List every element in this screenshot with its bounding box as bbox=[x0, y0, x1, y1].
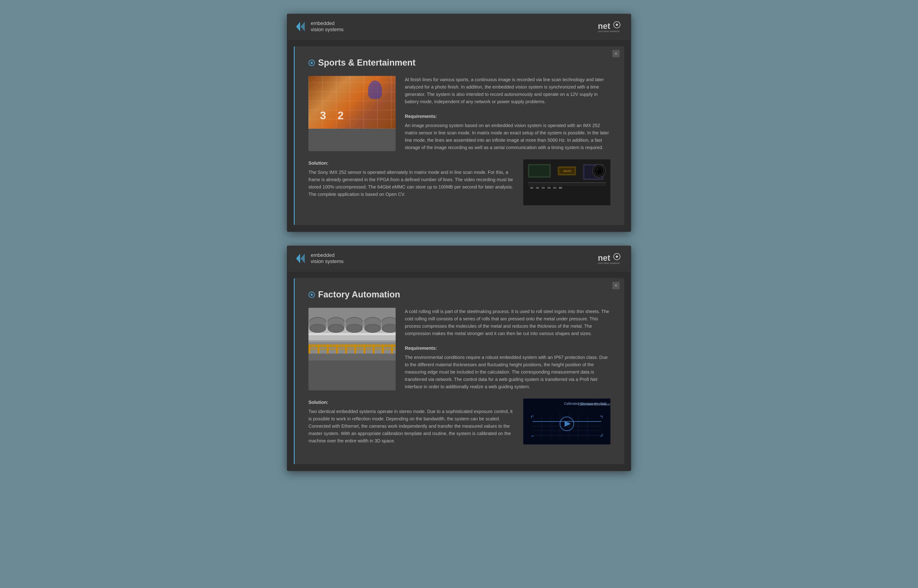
svg-point-38 bbox=[309, 324, 325, 333]
viz-svg: Calibrated 3D measuring field bbox=[523, 399, 610, 444]
svg-marker-26 bbox=[296, 254, 300, 263]
brand2-text: embedded vision systems bbox=[311, 252, 343, 265]
card2-solution-label: Solution: bbox=[308, 399, 514, 406]
card1-sports-image: 3 2 bbox=[308, 76, 396, 151]
card2-bottom-row: Solution: Two identical embedded systems… bbox=[308, 399, 610, 444]
factory-card: embedded vision systems net your>ique so… bbox=[287, 246, 631, 471]
net-logo-1: net your>ique solutions bbox=[597, 20, 622, 33]
svg-rect-18 bbox=[542, 187, 545, 189]
section-title-icon-2 bbox=[308, 291, 315, 298]
card1-requirements-text: An image processing system based on an e… bbox=[405, 122, 610, 151]
brand2: embedded vision systems bbox=[296, 252, 343, 265]
svg-point-30 bbox=[616, 255, 618, 258]
card2-solution-block: Solution: Two identical embedded systems… bbox=[308, 399, 514, 444]
svg-text:net: net bbox=[598, 253, 610, 263]
svg-rect-80 bbox=[531, 416, 532, 418]
svg-rect-83 bbox=[531, 436, 534, 436]
svg-point-44 bbox=[346, 324, 363, 333]
card1-content: × Sports & Entertainment 3 2 bbox=[294, 46, 624, 225]
brand1: embedded vision systems bbox=[296, 20, 343, 32]
svg-marker-27 bbox=[301, 254, 305, 263]
brand1-text: embedded vision systems bbox=[311, 20, 343, 32]
track-numbers: 3 2 bbox=[320, 109, 343, 122]
card2-description-block: A cold rolling mill is part of the steel… bbox=[405, 308, 610, 390]
card2-requirements-label: Requirements: bbox=[405, 344, 610, 352]
svg-rect-15 bbox=[528, 185, 606, 186]
svg-text:net: net bbox=[598, 21, 610, 31]
brand1-line2: vision systems bbox=[311, 27, 343, 32]
card2-viz-image: Calibrated 3D measuring field Calibrated bbox=[523, 399, 610, 444]
card1-section-title: Sports & Entertainment bbox=[308, 58, 610, 68]
svg-rect-51 bbox=[308, 333, 396, 335]
card2-requirements-text: The environmental conditions require a r… bbox=[405, 354, 610, 390]
card1-solution-block: Solution: The Sony IMX 252 sensor is ope… bbox=[308, 159, 514, 205]
card1-title: Sports & Entertainment bbox=[318, 58, 415, 68]
svg-text:your>ique solutions: your>ique solutions bbox=[598, 30, 620, 32]
brand2-line2: vision systems bbox=[311, 258, 343, 265]
svg-point-4 bbox=[616, 24, 618, 26]
card1-top-row: 3 2 At finish lines for various sports, … bbox=[308, 76, 610, 151]
card1-close-button[interactable]: × bbox=[612, 50, 620, 57]
card2-close-button[interactable]: × bbox=[612, 282, 620, 289]
evs-icon-2 bbox=[296, 254, 308, 263]
svg-point-47 bbox=[365, 324, 381, 333]
factory-svg bbox=[308, 308, 396, 360]
svg-point-41 bbox=[328, 324, 344, 333]
card2-solution-text: Two identical embedded systems operate i… bbox=[308, 408, 514, 444]
svg-point-25 bbox=[596, 168, 598, 170]
card2-header: embedded vision systems net your>ique so… bbox=[287, 246, 631, 271]
card1-description: At finish lines for various sports, a co… bbox=[405, 76, 610, 105]
card1-description-block: At finish lines for various sports, a co… bbox=[405, 76, 610, 151]
svg-rect-86 bbox=[602, 434, 602, 436]
svg-rect-17 bbox=[536, 187, 539, 189]
svg-marker-0 bbox=[296, 22, 300, 31]
svg-rect-82 bbox=[602, 416, 602, 418]
evs-icon bbox=[296, 22, 308, 31]
page-wrapper: embedded vision systems net your>ique so… bbox=[0, 0, 918, 588]
sports-card: embedded vision systems net your>ique so… bbox=[287, 14, 631, 232]
net-logo-svg-1: net your>ique solutions bbox=[597, 20, 622, 33]
card2-content: × Factory Automation bbox=[294, 278, 624, 464]
svg-text:your>ique solutions: your>ique solutions bbox=[598, 262, 620, 265]
brand2-line1: embedded bbox=[311, 252, 343, 258]
card1-circuit-image: IMX252 bbox=[523, 159, 610, 205]
net-logo-svg-2: net your>ique solutions bbox=[597, 252, 622, 265]
card2-top-row: A cold rolling mill is part of the steel… bbox=[308, 308, 610, 390]
card2-section-title: Factory Automation bbox=[308, 290, 610, 299]
brand2-logo: embedded vision systems bbox=[296, 252, 343, 265]
card1-solution-label: Solution: bbox=[308, 159, 514, 167]
circuit-svg: IMX252 bbox=[523, 159, 610, 205]
svg-rect-20 bbox=[553, 187, 556, 189]
svg-marker-1 bbox=[301, 22, 305, 31]
card2-title: Factory Automation bbox=[318, 290, 400, 299]
card2-factory-image bbox=[308, 308, 396, 390]
brand1-logo: embedded vision systems bbox=[296, 20, 343, 32]
card2-description: A cold rolling mill is part of the steel… bbox=[405, 308, 610, 337]
svg-rect-35 bbox=[308, 340, 396, 342]
brand1-line1: embedded bbox=[311, 20, 343, 26]
svg-rect-8 bbox=[529, 165, 550, 176]
card1-requirements-label: Requirements: bbox=[405, 113, 610, 120]
card2-viz-label: Calibrated 3D measuring field bbox=[564, 402, 606, 405]
svg-rect-64 bbox=[308, 354, 396, 360]
svg-rect-19 bbox=[547, 187, 550, 189]
card1-solution-text: The Sony IMX 252 sensor is operated alte… bbox=[308, 168, 514, 198]
svg-rect-14 bbox=[528, 182, 606, 183]
svg-text:IMX252: IMX252 bbox=[563, 170, 572, 173]
card1-bottom-row: Solution: The Sony IMX 252 sensor is ope… bbox=[308, 159, 610, 205]
runner-silhouette bbox=[368, 81, 382, 99]
svg-rect-16 bbox=[530, 187, 533, 189]
svg-point-50 bbox=[382, 324, 396, 333]
svg-rect-21 bbox=[559, 187, 562, 189]
net-logo-2: net your>ique solutions bbox=[597, 252, 622, 265]
section-title-icon-1 bbox=[308, 60, 315, 66]
card1-header: embedded vision systems net your>ique so… bbox=[287, 14, 631, 39]
